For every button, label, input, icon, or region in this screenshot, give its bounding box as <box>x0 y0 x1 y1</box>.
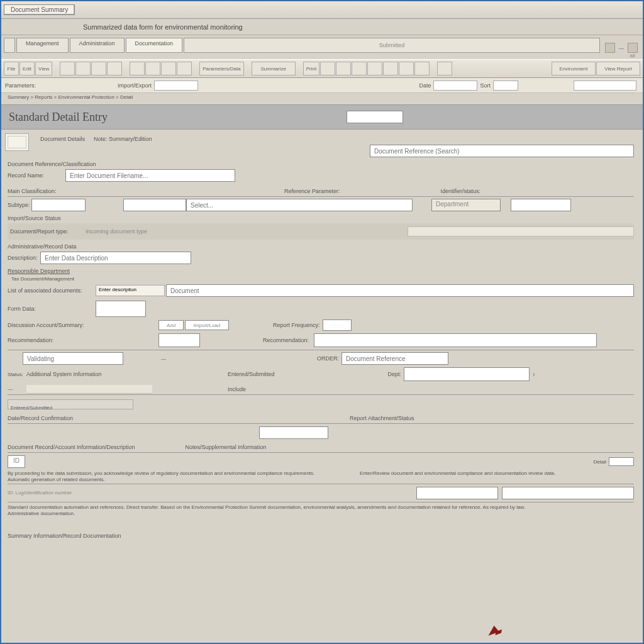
toolbar-label-1: — <box>619 45 624 51</box>
tb-d[interactable] <box>107 62 122 75</box>
id-box[interactable]: ID <box>8 455 25 468</box>
bottom-input-2[interactable] <box>502 487 634 499</box>
desc-input[interactable] <box>40 252 191 264</box>
bottom-input-1[interactable] <box>416 487 498 499</box>
tb-report[interactable]: View Report <box>596 62 640 75</box>
title-search[interactable] <box>347 111 403 123</box>
filter-import[interactable] <box>154 80 198 91</box>
right-detail-box[interactable] <box>609 457 634 466</box>
assoc-label: List of associated documents: <box>8 287 96 294</box>
filter-lbl-4: Sort <box>480 82 491 89</box>
filter-right[interactable] <box>574 80 636 91</box>
rec-input[interactable] <box>158 333 200 347</box>
shade-bar <box>26 385 152 394</box>
page-title: Standard Detail Entry <box>9 111 108 124</box>
tb-print[interactable]: Print <box>303 62 319 75</box>
assoc-side-box[interactable]: Enter description <box>96 285 165 296</box>
tab-collapse[interactable] <box>4 38 15 53</box>
tabbar: Management Administration Documentation … <box>1 35 643 53</box>
report-attach-label: Report Attachment/Status <box>350 415 414 421</box>
tb-h[interactable] <box>177 62 192 75</box>
toolbar-icon-1[interactable] <box>605 43 615 53</box>
filter-date[interactable] <box>433 80 477 91</box>
tb-p[interactable] <box>437 62 452 75</box>
section-classification: Document Reference/Classification <box>8 161 634 167</box>
reference-search[interactable] <box>370 145 634 157</box>
tb-edit[interactable]: Edit <box>19 62 35 75</box>
tb-b[interactable] <box>75 62 91 75</box>
desc-label: Description: <box>8 255 40 261</box>
tb-o[interactable] <box>414 62 430 75</box>
tb-g[interactable] <box>161 62 176 75</box>
order-input[interactable] <box>341 352 448 365</box>
add-button[interactable]: Add <box>158 320 184 330</box>
doctype-value: Incoming document type <box>86 228 147 235</box>
thumbnail-icon[interactable] <box>5 133 29 151</box>
subtab-2[interactable]: Note: Summary/Edition <box>94 136 152 142</box>
validating-note: — <box>161 356 166 362</box>
entered-box[interactable]: Entered/Submitted <box>8 399 133 409</box>
tb-j[interactable] <box>336 62 351 75</box>
content: Document Details Note: Summary/Edition D… <box>1 130 643 644</box>
note-label: Entered/Submitted <box>228 371 275 377</box>
ident-label: Identifier/status: <box>441 188 481 194</box>
toolbar-icon-2[interactable] <box>628 43 638 53</box>
formdata-input[interactable] <box>96 301 146 317</box>
rec-input-2[interactable] <box>314 333 597 347</box>
subtype-input-2[interactable] <box>123 199 186 211</box>
subtype-label: Subtype: <box>8 202 31 208</box>
recommendation-label: Recommendation: <box>8 337 96 343</box>
section-admin: Administrative/Record Data <box>8 243 634 250</box>
tb-file[interactable]: File <box>4 62 19 75</box>
dept-suffix: i <box>533 372 535 377</box>
tb-k[interactable] <box>352 62 367 75</box>
filterbar: Parameters: Import/Export Date Sort <box>1 78 643 93</box>
tb-l[interactable] <box>367 62 382 75</box>
tb-a[interactable] <box>60 62 75 75</box>
filter-sort[interactable] <box>493 80 518 91</box>
row-lbl-x: — <box>8 386 26 392</box>
doctype-label: Document/Report type: <box>10 228 86 235</box>
toolbar: File Edit View Parameters/Data Summarize… <box>1 59 643 78</box>
filter-lbl-2: Import/Export <box>118 82 152 89</box>
import-status-label: Import/Source Status <box>8 215 634 221</box>
tab-documentation[interactable]: Documentation <box>126 38 183 53</box>
bottom-label: Summary Information/Record Documentation <box>8 533 634 539</box>
tab-spacer: Submitted <box>184 38 600 53</box>
subtype-input-3[interactable] <box>186 199 413 211</box>
tb-n[interactable] <box>399 62 414 75</box>
name-input[interactable] <box>65 169 235 182</box>
import-button[interactable]: Import/Load <box>185 320 229 330</box>
right-detail-lbl: Detail <box>594 459 606 465</box>
assoc-input[interactable] <box>166 284 634 297</box>
tb-params[interactable]: Parameters/Data <box>199 62 243 75</box>
tab-admin[interactable]: Administration <box>70 38 125 53</box>
tb-env[interactable]: Environment <box>552 62 596 75</box>
subtab-1[interactable]: Document Details <box>40 136 85 142</box>
dept-input[interactable] <box>404 367 530 381</box>
breadcrumb: Summary > Reports > Environmental Protec… <box>1 93 643 104</box>
dept-button[interactable]: Department <box>431 199 501 211</box>
tb-i[interactable] <box>320 62 335 75</box>
subtype-input-1[interactable] <box>31 199 86 211</box>
tb-e[interactable] <box>130 62 145 75</box>
subtype-input-4[interactable] <box>511 199 571 211</box>
addl-label: Additional System Information <box>26 371 121 377</box>
tb-view[interactable]: View <box>35 62 52 75</box>
tb-f[interactable] <box>145 62 160 75</box>
status-lbl-row: Status: <box>8 372 26 377</box>
name-label: Record Name: <box>8 172 65 179</box>
doc-record-label: Document Record/Account Information/Desc… <box>8 444 135 450</box>
footer-text-1: By proceeding to the data submission, yo… <box>8 470 347 484</box>
date-input[interactable] <box>259 426 328 439</box>
tab-management[interactable]: Management <box>16 38 69 53</box>
freq-input[interactable] <box>323 319 352 331</box>
doctype-bar <box>408 226 634 236</box>
validating-input[interactable] <box>23 352 123 365</box>
tb-summ[interactable]: Summarize <box>252 62 296 75</box>
tb-c[interactable] <box>91 62 106 75</box>
include-label: Include <box>228 386 246 392</box>
pointer-arrow-icon <box>486 625 499 635</box>
tb-m[interactable] <box>383 62 398 75</box>
window-title-button[interactable]: Document Summary <box>4 4 75 15</box>
